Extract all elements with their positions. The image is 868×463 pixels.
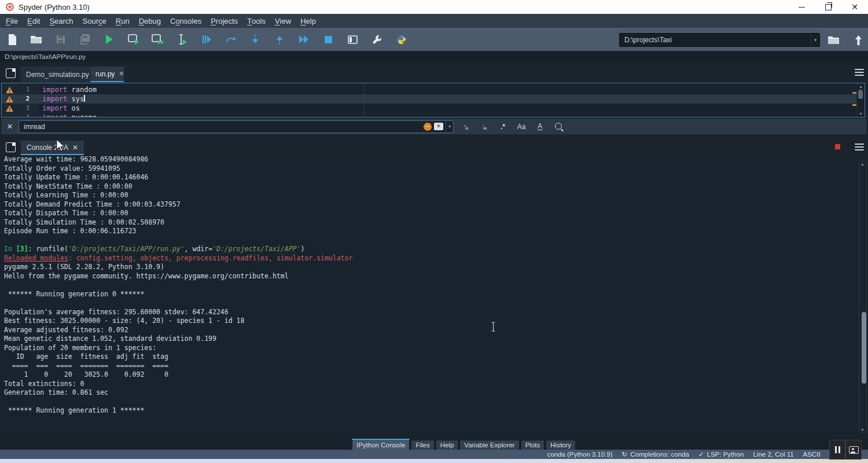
menu-item[interactable]: Edit [23, 14, 45, 28]
menu-item[interactable]: Run [111, 14, 134, 28]
console-line: Totally Dispatch Time : 0:00:00 [4, 209, 858, 218]
editor-scrollbar[interactable]: ▲ ▼ [856, 83, 865, 117]
interrupt-kernel-icon[interactable] [835, 144, 840, 149]
close-button[interactable]: ✕ [841, 0, 868, 14]
console-line: Episode Run time : 0:00:06.116723 [4, 227, 858, 236]
console-lines-mid: pygame 2.5.1 (SDL 2.28.2, Python 3.10.9)… [4, 263, 858, 281]
menu-item[interactable]: View [270, 14, 296, 28]
console-options-menu-icon[interactable] [855, 144, 864, 150]
tab-console-21a[interactable]: Console 21/A ✕ [21, 141, 84, 155]
editor-line: 1 import random [2, 85, 865, 94]
browse-tabs-icon[interactable] [6, 68, 16, 78]
tab-plots[interactable]: Plots [521, 440, 545, 450]
bottom-pane-tabs: IPython Console Files Help Variable Expl… [0, 438, 868, 450]
parent-directory-button[interactable] [846, 30, 868, 50]
tab-help[interactable]: Help [436, 440, 459, 450]
restore-button[interactable] [815, 0, 841, 14]
ipython-console-output[interactable]: Average wait time: 9628.059490084986Tota… [0, 155, 858, 438]
spyder-logo-icon [6, 3, 14, 11]
menu-item[interactable]: Search [45, 14, 78, 28]
console-line: ****** Running generation 0 ****** [4, 290, 858, 299]
console-scrollbar-thumb[interactable] [862, 312, 866, 384]
console-line: Totally Simulation Time : 0:00:02.508970 [4, 218, 858, 227]
menu-item[interactable]: Debug [134, 14, 165, 28]
tab-variable-explorer[interactable]: Variable Explorer [459, 440, 519, 450]
tab-demo-simulation[interactable]: Demo_simulation.py ✕ [21, 67, 90, 82]
recorder-camera-button[interactable] [845, 440, 862, 460]
scroll-up-icon[interactable]: ▲ [857, 84, 865, 89]
menu-item[interactable]: Help [296, 14, 321, 28]
chevron-down-icon[interactable]: ▾ [811, 34, 819, 46]
editor-options-menu-icon[interactable] [855, 69, 864, 76]
search-in-files-icon[interactable] [552, 123, 565, 131]
console-line: Population's average fitness: 295.60000 … [4, 308, 858, 317]
preferences-button[interactable] [365, 30, 389, 49]
browse-working-dir-button[interactable] [822, 30, 846, 50]
tab-history[interactable]: History [546, 440, 576, 450]
console-prompt-line: In [3]: runfile('D:/projects/Taxi/APP/ru… [4, 245, 858, 254]
console-lines-post: ****** Running generation 0 ******Popula… [4, 281, 858, 416]
find-next-button[interactable]: ↓a [478, 123, 491, 131]
new-file-button[interactable] [0, 30, 24, 49]
console-scroll-track[interactable]: ▲ ▼ [859, 161, 867, 433]
check-icon: ✓ [698, 450, 704, 458]
clear-search-button[interactable]: ✕ [434, 123, 443, 130]
find-close-button[interactable]: ✕ [1, 122, 19, 131]
step-over-button[interactable] [219, 30, 243, 49]
regex-toggle[interactable]: .* [496, 123, 509, 131]
console-scrollbar[interactable]: ▲ ▼ [858, 155, 868, 438]
continue-execution-button[interactable] [292, 30, 316, 49]
tab-ipython-console[interactable]: IPython Console [352, 439, 410, 450]
tab-run-py[interactable]: run.py ✕ [90, 67, 124, 82]
console-tab-bar: Console 21/A ✕ [0, 139, 868, 155]
tab-close-icon[interactable]: ✕ [119, 70, 124, 78]
debug-file-button[interactable] [194, 30, 219, 49]
run-file-button[interactable] [97, 30, 122, 49]
status-completions: ↻Completions: conda [622, 450, 689, 458]
menu-item[interactable]: Projects [206, 14, 242, 28]
status-encoding: ASCII [803, 451, 821, 458]
case-sensitive-toggle[interactable]: Aa [515, 123, 528, 131]
whole-words-toggle[interactable]: A [534, 123, 546, 130]
code-editor[interactable]: 1 import random 2 import sys 3 import os… [1, 83, 865, 117]
maximize-pane-button[interactable] [340, 30, 365, 49]
menu-item[interactable]: Source [78, 14, 111, 28]
scroll-down-icon[interactable]: ▼ [857, 112, 865, 116]
save-file-button[interactable] [49, 30, 73, 49]
step-return-button[interactable] [267, 30, 292, 49]
scroll-down-icon[interactable]: ▼ [859, 428, 866, 432]
run-cell-advance-button[interactable] [146, 30, 170, 49]
console-line [4, 299, 858, 308]
working-dir-buttons [822, 30, 868, 50]
minimize-button[interactable] [788, 0, 815, 14]
working-directory-combo[interactable]: D:\projects\Taxi ▾ [619, 33, 820, 47]
menu-item[interactable]: File [1, 14, 23, 28]
editor-scrollbar-thumb[interactable] [858, 90, 863, 99]
console-line: Totally NextState Time : 0:00:00 [4, 182, 858, 192]
console-line: Totally Update Time : 0:00:00.146046 [4, 173, 858, 182]
title-bar: Spyder (Python 3.10) ✕ [0, 0, 868, 14]
console-lines-pre: Average wait time: 9628.059490084986Tota… [4, 155, 858, 245]
refresh-icon: ↻ [622, 450, 628, 458]
tab-close-icon[interactable]: ✕ [72, 144, 78, 152]
python-env-icon[interactable] [389, 30, 413, 49]
menu-item[interactable]: Tools [242, 14, 270, 28]
stop-debug-button[interactable] [316, 30, 340, 49]
window-title: Spyder (Python 3.10) [19, 3, 90, 12]
tab-files[interactable]: Files [411, 440, 434, 450]
find-input-box[interactable]: − ✕ ▾ [19, 120, 454, 133]
run-selection-button[interactable] [170, 30, 194, 49]
browse-tabs-icon[interactable] [6, 142, 16, 152]
search-history-dropdown-icon[interactable]: ▾ [446, 121, 453, 133]
menu-item[interactable]: Consoles [165, 14, 206, 28]
webcam-icon [849, 446, 859, 454]
find-input[interactable] [19, 123, 424, 131]
console-line: 1 0 20 3025.0 0.092 0 [4, 370, 858, 380]
run-cell-button[interactable] [122, 30, 146, 49]
scroll-up-icon[interactable]: ▲ [859, 162, 866, 166]
step-into-button[interactable] [243, 30, 267, 49]
find-previous-button[interactable]: ↑a [459, 123, 472, 131]
recorder-pause-button[interactable] [829, 440, 845, 460]
open-file-button[interactable] [24, 30, 49, 49]
save-all-button[interactable] [73, 30, 97, 49]
